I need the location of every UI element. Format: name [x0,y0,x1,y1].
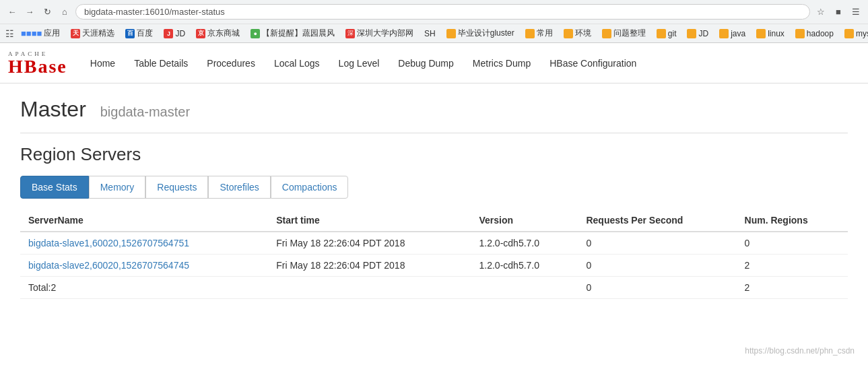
jd2-label: JD [698,29,708,38]
nav-item-hbase-config[interactable]: HBase Configuration [540,44,646,82]
tab-memory[interactable]: Memory [89,176,146,199]
git-label: git [668,29,677,38]
col-version: Version [471,209,578,232]
issues-icon [602,29,611,38]
bookmark-xinti[interactable]: ● 【新提醒】蔬园晨风 [246,26,339,40]
bookmark-issues[interactable]: 问题整理 [598,26,650,40]
cell-requests-1: 0 [578,232,736,255]
master-label: Master [20,97,86,121]
address-bar[interactable]: bigdata-master:16010/master-status [75,4,810,20]
jd-small-label: JD [175,29,185,38]
address-text: bigdata-master:16010/master-status [84,7,225,17]
forward-button[interactable]: → [23,5,36,19]
java-label: java [731,29,745,38]
common-label: 常用 [537,28,553,39]
cell-total-empty-2 [471,277,578,299]
bookmark-jd-mall[interactable]: 京 京东商城 [192,26,244,40]
nav-item-metrics-dump[interactable]: Metrics Dump [463,44,540,82]
gluster-label: 毕业设计gluster [458,28,514,39]
nav-item-table-details[interactable]: Table Details [125,44,197,82]
common-icon [525,29,535,38]
bookmark-common[interactable]: 常用 [521,26,557,40]
cell-total-label: Total:2 [20,277,268,299]
bookmark-gluster[interactable]: 毕业设计gluster [442,26,519,40]
bookmark-sh[interactable]: SH [420,28,440,40]
baidu-icon: 百 [125,29,135,38]
nav-link-metrics-dump[interactable]: Metrics Dump [463,44,540,82]
server-link-2[interactable]: bigdata-slave2,60020,1526707564745 [28,260,189,271]
jd-mall-icon: 京 [196,29,205,38]
nav-link-log-level[interactable]: Log Level [329,44,389,82]
bookmark-star[interactable]: ☆ [814,5,828,19]
bookmark-apps[interactable]: ■■■■ 应用 [17,26,64,40]
java-icon [719,29,729,38]
nav-item-debug-dump[interactable]: Debug Dump [389,44,463,82]
col-requests-per-second: Requests Per Second [578,209,736,232]
table-header-row: ServerName Start time Version Requests P… [20,209,848,232]
extensions-button[interactable]: ■ [832,5,845,19]
env-label: 环境 [575,28,591,39]
szu-label: 深圳大学内部网 [357,28,413,39]
col-start-time: Start time [268,209,471,232]
home-button[interactable]: ⌂ [58,5,71,19]
apps-label-icon: ■■■■ [21,28,42,38]
col-server-name: ServerName [20,209,268,232]
nav-item-procedures[interactable]: Procedures [197,44,265,82]
cell-total-empty-1 [268,277,471,299]
apps-label: 应用 [44,28,60,39]
nav-link-procedures[interactable]: Procedures [197,44,265,82]
page-title: Master bigdata-master [20,97,848,122]
cell-start-time-1: Fri May 18 22:26:04 PDT 2018 [268,232,471,255]
table-row: bigdata-slave1,60020,1526707564751 Fri M… [20,232,848,255]
nav-item-local-logs[interactable]: Local Logs [265,44,329,82]
tab-compactions[interactable]: Compactions [271,176,349,199]
cell-start-time-2: Fri May 18 22:26:04 PDT 2018 [268,255,471,277]
server-link-1[interactable]: bigdata-slave1,60020,1526707564751 [28,238,189,248]
menu-button[interactable]: ☰ [849,5,863,19]
apps-grid-icon[interactable]: ☷ [5,28,14,39]
nav-link-local-logs[interactable]: Local Logs [265,44,329,82]
browser-chrome: ← → ↻ ⌂ bigdata-master:16010/master-stat… [0,0,868,43]
sh-label: SH [424,29,436,38]
bookmark-szu[interactable]: 深 深圳大学内部网 [341,26,418,40]
bookmark-jd2[interactable]: JD [683,28,712,40]
bookmark-baidu[interactable]: 百 百度 [121,26,157,40]
tab-storefiles[interactable]: Storefiles [208,176,270,199]
cell-requests-2: 0 [578,255,736,277]
master-hostname: bigdata-master [100,104,190,119]
tab-requests[interactable]: Requests [145,176,208,199]
bookmark-java[interactable]: java [715,28,749,40]
cell-regions-1: 0 [737,232,848,255]
bookmark-jd-icon[interactable]: J JD [160,28,189,40]
tab-base-stats[interactable]: Base Stats [20,176,89,199]
back-button[interactable]: ← [5,5,19,19]
nav-links: Home Table Details Procedures Local Logs… [81,44,646,82]
jd-small-icon: J [164,29,173,38]
cell-total-requests: 0 [578,277,736,299]
nav-link-debug-dump[interactable]: Debug Dump [389,44,463,82]
cell-server-name-2: bigdata-slave2,60020,1526707564745 [20,255,268,277]
mysql-label: mysql [856,29,868,38]
nav-link-hbase-config[interactable]: HBase Configuration [540,44,646,82]
nav-link-home[interactable]: Home [81,44,125,82]
hadoop-label: hadoop [807,29,834,38]
mysql-icon [844,29,854,38]
bookmark-env[interactable]: 环境 [560,26,595,40]
git-icon [657,29,666,38]
nav-item-log-level[interactable]: Log Level [329,44,389,82]
bookmark-git[interactable]: git [653,28,681,40]
cell-total-regions: 2 [737,277,848,299]
xinti-label: 【新提醒】蔬园晨风 [262,28,335,39]
bookmark-hadoop[interactable]: hadoop [791,28,838,40]
table-row: bigdata-slave2,60020,1526707564745 Fri M… [20,255,848,277]
bookmark-tianya[interactable]: 天 天涯精选 [67,26,119,40]
main-content: Master bigdata-master Region Servers Bas… [0,83,868,312]
nav-link-table-details[interactable]: Table Details [125,44,197,82]
title-divider [20,133,848,133]
browser-toolbar: ← → ↻ ⌂ bigdata-master:16010/master-stat… [0,0,868,24]
refresh-button[interactable]: ↻ [40,5,54,19]
bookmark-linux[interactable]: linux [752,28,789,40]
nav-item-home[interactable]: Home [81,44,125,82]
bookmark-mysql[interactable]: mysql [840,28,868,40]
hbase-text: HBase [8,57,67,76]
